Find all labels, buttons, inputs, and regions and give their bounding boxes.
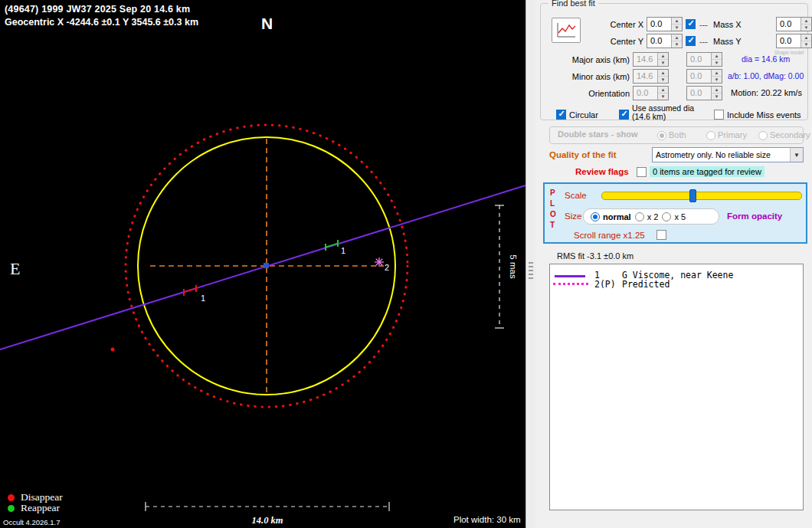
major-axis-spinner-2[interactable]: 0.0 ▲▼	[686, 52, 722, 67]
scale-slider[interactable]	[601, 192, 802, 200]
panel-splitter[interactable]	[526, 0, 535, 528]
spinner-up-icon[interactable]: ▲	[801, 34, 811, 41]
combo-dropdown-arrow-icon[interactable]: ▼	[790, 148, 803, 162]
spinner-up-icon[interactable]: ▲	[712, 87, 722, 93]
vertical-scale-bracket	[495, 205, 504, 328]
size-x2-radio[interactable]	[635, 212, 644, 221]
double-stars-title: Double stars - show	[558, 130, 638, 139]
orientation-spinner[interactable]: 0.0 ▲▼	[633, 86, 669, 100]
review-flags-status: 0 items are tagged for review	[650, 166, 765, 177]
chord-1-line-sample	[555, 275, 585, 277]
find-best-fit-button[interactable]	[552, 18, 581, 43]
size-normal-option[interactable]: normal	[591, 212, 631, 221]
spinner-down-icon[interactable]: ▼	[712, 77, 722, 83]
disappear-marks	[184, 285, 196, 296]
mass-x-label: Mass X	[713, 20, 742, 29]
size-option-group: normal x 2 x 5	[583, 208, 719, 225]
minor-axis-spinner[interactable]: 14.6 ▲▼	[633, 69, 669, 84]
quality-of-fit-label: Quality of the fit	[549, 150, 617, 159]
review-flags-label: Review flags	[575, 167, 629, 176]
center-x-value[interactable]: 0.0	[647, 18, 671, 31]
center-y-spinner[interactable]: 0.0 ▲▼	[647, 34, 683, 48]
spinner-up-icon[interactable]: ▲	[712, 53, 722, 60]
spinner-down-icon[interactable]: ▼	[658, 60, 668, 66]
size-x2-option[interactable]: x 2	[635, 212, 659, 221]
size-x2-label: x 2	[647, 212, 659, 221]
mass-x-spinner[interactable]: 0.0 ▲▼	[776, 17, 812, 31]
circular-label: Circular	[569, 110, 598, 120]
spinner-up-icon[interactable]: ▲	[712, 70, 722, 77]
spinner-down-icon[interactable]: ▼	[712, 93, 722, 100]
center-y-value[interactable]: 0.0	[647, 34, 671, 48]
predicted-label: 2	[385, 263, 389, 272]
form-opacity-label[interactable]: Form opacity	[727, 212, 782, 221]
spinner-down-icon[interactable]: ▼	[801, 25, 811, 31]
legend-disappear: Disappear	[8, 492, 63, 503]
center-x-label: Center X	[585, 20, 643, 29]
scroll-range-checkbox[interactable]	[656, 230, 666, 240]
spinner-down-icon[interactable]: ▼	[801, 41, 811, 48]
spinner-down-icon[interactable]: ▼	[658, 77, 668, 83]
horizontal-scale-bracket	[146, 502, 389, 511]
plot-vertical-letter: T	[550, 221, 555, 229]
spinner-up-icon[interactable]: ▲	[672, 34, 682, 41]
horizontal-scale-label: 14.0 km	[252, 515, 283, 526]
axis-ratio-readout: a/b: 1.00, dMag: 0.00	[728, 71, 804, 80]
size-label: Size	[565, 212, 581, 221]
spinner-down-icon[interactable]: ▼	[672, 25, 682, 31]
spinner-up-icon[interactable]: ▲	[801, 18, 811, 25]
minor-axis-spinner-2[interactable]: 0.0 ▲▼	[686, 69, 722, 84]
major-axis-value-2: 0.0	[687, 53, 711, 66]
spinner-down-icon[interactable]: ▼	[658, 93, 668, 100]
center-y-dashes: ---	[699, 37, 708, 46]
double-stars-secondary-radio[interactable]	[758, 131, 768, 140]
plot-width-label: Plot width: 30 km	[453, 515, 521, 524]
center-x-dashes: ---	[699, 20, 708, 29]
predicted-line-sample	[553, 283, 588, 285]
quality-of-fit-combobox[interactable]: Astrometry only. No reliable size ▼	[652, 147, 804, 162]
plot-legend: Disappear Reappear	[8, 492, 63, 513]
predicted-asterisk-marker	[375, 257, 384, 267]
scale-slider-thumb[interactable]	[689, 189, 696, 202]
size-normal-radio[interactable]	[591, 212, 600, 221]
size-normal-label: normal	[603, 212, 631, 221]
chord-1-disappear-label: 1	[201, 294, 205, 303]
plot-canvas: 1 1 2 5 mas	[0, 0, 526, 528]
spinner-up-icon[interactable]: ▲	[658, 87, 668, 93]
plot-subtitle: Geocentric X -4244.6 ±0.1 Y 3545.6 ±0.3 …	[5, 17, 198, 28]
mass-y-spinner[interactable]: 0.0 ▲▼	[776, 34, 812, 48]
plot-title: (49647) 1999 JW37 2025 Sep 20 14.6 km	[5, 4, 190, 15]
size-x5-option[interactable]: x 5	[662, 212, 686, 221]
center-x-spinner[interactable]: 0.0 ▲▼	[647, 17, 683, 31]
review-flags-checkbox[interactable]	[637, 167, 647, 177]
major-axis-spinner[interactable]: 14.6 ▲▼	[633, 52, 669, 67]
legend-reappear-label: Reappear	[21, 502, 60, 514]
orientation-value: 0.0	[634, 87, 657, 100]
double-stars-both-radio[interactable]	[657, 131, 666, 140]
spinner-up-icon[interactable]: ▲	[672, 18, 682, 25]
size-x5-radio[interactable]	[662, 212, 671, 221]
size-x5-label: x 5	[674, 212, 686, 221]
observation-num: 2(P)	[594, 279, 616, 290]
double-stars-primary-radio[interactable]	[706, 131, 715, 140]
spinner-down-icon[interactable]: ▼	[712, 60, 722, 66]
orientation-value-2: 0.0	[687, 87, 711, 100]
orientation-spinner-2[interactable]: 0.0 ▲▼	[686, 86, 722, 100]
circular-checkbox[interactable]	[556, 110, 566, 120]
center-y-label: Center Y	[585, 37, 643, 46]
app-version-label: Occult 4.2026.1.7	[3, 518, 60, 526]
center-x-fit-checkbox[interactable]	[686, 19, 696, 29]
observations-listbox[interactable]: 1 G Viscome, near Keene 2(P) Predicted	[549, 264, 804, 510]
use-assumed-dia-checkbox[interactable]	[619, 110, 629, 120]
orientation-label: Orientation	[562, 89, 630, 98]
include-miss-events-checkbox[interactable]	[714, 110, 724, 120]
spinner-up-icon[interactable]: ▲	[658, 70, 668, 77]
mass-x-value[interactable]: 0.0	[777, 18, 801, 31]
spinner-up-icon[interactable]: ▲	[658, 53, 668, 60]
spinner-down-icon[interactable]: ▼	[672, 41, 682, 48]
chord-1-reappear-label: 1	[341, 246, 345, 255]
disappear-dot-icon	[8, 494, 15, 501]
mass-y-value[interactable]: 0.0	[777, 34, 801, 48]
center-y-fit-checkbox[interactable]	[686, 36, 696, 46]
splitter-grip-icon[interactable]	[529, 262, 533, 279]
